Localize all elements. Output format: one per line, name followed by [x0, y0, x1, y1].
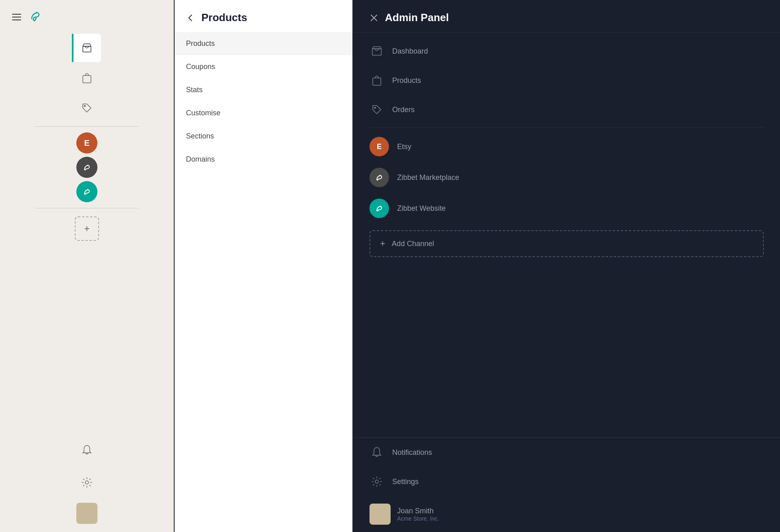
user-info-item[interactable]: Joan Smith Acme Store, Inc. [353, 496, 780, 532]
zibbet-website-label: Zibbet Website [397, 204, 446, 213]
nav-domains-label: Domains [186, 155, 215, 164]
dashboard-label: Dashboard [392, 47, 428, 56]
close-button[interactable] [369, 13, 378, 22]
nav-item-domains[interactable]: Domains [175, 148, 352, 171]
products-label: Products [392, 76, 421, 85]
bag-icon [81, 72, 93, 84]
settings-icon [369, 474, 384, 489]
nav-products-label: Products [186, 39, 215, 48]
add-channel-button[interactable]: + [75, 216, 99, 241]
right-nav-notifications[interactable]: Notifications [353, 438, 780, 467]
divider-1 [35, 126, 139, 127]
user-avatar[interactable] [76, 503, 97, 524]
settings-label: Settings [392, 478, 419, 486]
nav-item-sections[interactable]: Sections [175, 125, 352, 148]
middle-panel: Products Products Coupons Stats Customis… [175, 0, 353, 532]
svg-rect-8 [372, 49, 381, 55]
etsy-avatar: E [369, 137, 389, 156]
tag-icon [81, 102, 93, 114]
nav-customise-label: Customise [186, 109, 220, 117]
nav-item-stats[interactable]: Stats [175, 78, 352, 102]
orders-label: Orders [392, 106, 415, 114]
user-avatar-right [369, 504, 391, 525]
sidebar-item-bag[interactable] [73, 64, 101, 92]
nav-stats-label: Stats [186, 86, 203, 94]
divider-2 [35, 208, 139, 208]
add-channel-right-label: Add Channel [392, 240, 434, 248]
hamburger-button[interactable] [12, 14, 21, 20]
svg-point-7 [85, 481, 89, 484]
sidebar-item-shop[interactable] [73, 34, 101, 62]
user-store: Acme Store, Inc. [397, 515, 439, 522]
right-panel-header: Admin Panel [353, 0, 780, 32]
sidebar-item-tag[interactable] [73, 94, 101, 122]
channel-zibbet-website[interactable] [76, 181, 97, 202]
right-panel-title: Admin Panel [385, 11, 449, 24]
sidebar-bottom [0, 438, 174, 532]
notifications-button[interactable] [75, 438, 99, 462]
svg-point-12 [380, 175, 381, 176]
middle-panel-title: Products [201, 11, 247, 24]
svg-point-5 [87, 165, 89, 166]
nav-item-customise[interactable]: Customise [175, 102, 352, 125]
plus-icon: + [380, 238, 385, 249]
nav-item-coupons[interactable]: Coupons [175, 55, 352, 78]
back-button[interactable] [186, 13, 195, 22]
products-icon [369, 73, 384, 88]
shop-icon [81, 42, 93, 54]
svg-rect-10 [373, 78, 381, 85]
nav-coupons-label: Coupons [186, 63, 215, 71]
right-bottom-nav: Notifications Settings Joan Smith Acme S… [353, 437, 780, 532]
right-nav-products[interactable]: Products [353, 66, 780, 95]
nav-item-products[interactable]: Products [175, 32, 352, 55]
dashboard-icon [369, 44, 384, 58]
zibbet-marketplace-label: Zibbet Marketplace [397, 173, 459, 182]
right-channel-etsy[interactable]: E Etsy [353, 131, 780, 162]
svg-rect-1 [83, 46, 91, 52]
sidebar-header [0, 8, 174, 34]
settings-button[interactable] [75, 470, 99, 495]
notifications-icon [369, 445, 384, 460]
right-panel-nav: Dashboard Products Orders [353, 32, 780, 268]
middle-panel-nav: Products Coupons Stats Customise Section… [175, 32, 352, 171]
user-name: Joan Smith [397, 507, 439, 515]
far-left-sidebar: E + [0, 0, 175, 532]
svg-point-11 [374, 107, 376, 108]
right-nav-settings[interactable]: Settings [353, 467, 780, 496]
right-channel-zibbet-website[interactable]: Zibbet Website [353, 193, 780, 224]
svg-rect-3 [83, 76, 91, 83]
sidebar-nav [0, 34, 174, 122]
svg-point-6 [87, 189, 89, 190]
right-panel: Admin Panel Dashboard Pro [353, 0, 780, 532]
logo[interactable] [28, 8, 42, 26]
middle-panel-header: Products [175, 0, 352, 32]
right-channel-zibbet-marketplace[interactable]: Zibbet Marketplace [353, 162, 780, 193]
svg-point-4 [84, 106, 86, 107]
zibbet-website-avatar [369, 199, 389, 218]
right-nav-dashboard[interactable]: Dashboard [353, 37, 780, 66]
etsy-label: Etsy [397, 143, 411, 151]
add-channel-right-button[interactable]: + Add Channel [369, 230, 764, 257]
svg-point-0 [36, 12, 37, 13]
nav-sections-label: Sections [186, 132, 214, 141]
channel-zibbet-marketplace[interactable] [76, 157, 97, 178]
channel-etsy[interactable]: E [76, 132, 97, 154]
right-nav-orders[interactable]: Orders [353, 95, 780, 124]
orders-icon [369, 102, 384, 117]
user-info-text: Joan Smith Acme Store, Inc. [397, 507, 439, 522]
right-divider-1 [369, 128, 764, 128]
notifications-label: Notifications [392, 448, 432, 457]
zibbet-marketplace-avatar [369, 168, 389, 187]
svg-point-14 [375, 480, 378, 483]
svg-point-13 [380, 206, 381, 207]
